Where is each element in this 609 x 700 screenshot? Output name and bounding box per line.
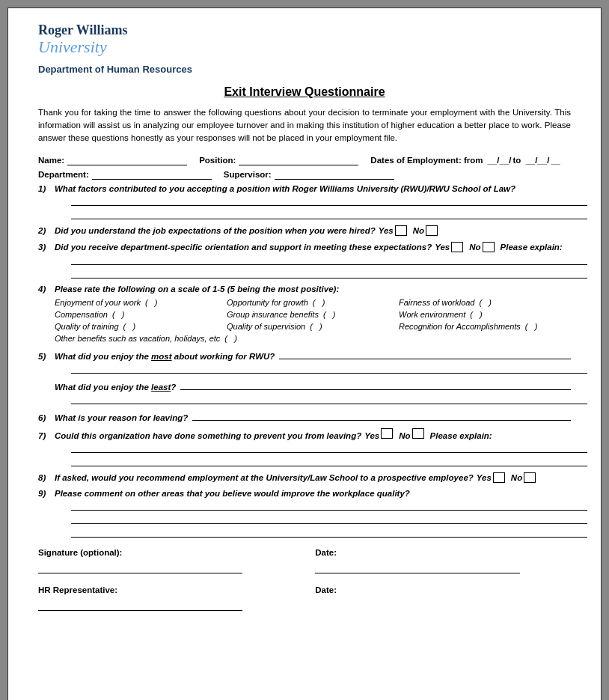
rating-recognition: Recognition for Accomplishments ( ) [399,322,571,331]
hr-rep-line[interactable] [38,600,242,611]
supervisor-field[interactable] [275,170,394,180]
q5-inline-line[interactable] [279,349,571,359]
question-3: 3) Did you receive department-specific o… [38,242,571,279]
rating-opportunity: Opportunity for growth ( ) [227,298,399,307]
rating-row-1: Enjoyment of your work ( ) Opportunity f… [55,298,571,307]
q8-no-box[interactable] [524,472,536,483]
department-field[interactable] [92,170,212,180]
question-8: 8) If asked, would you recommend employm… [38,472,571,483]
question-7: 7) Could this organization have done som… [38,428,571,466]
rating-work-environment: Work environment ( ) [399,310,571,319]
q9-line2[interactable] [71,514,587,524]
q8-yes-box[interactable] [493,472,505,483]
q2-yes-box[interactable] [395,225,407,236]
q9-line3[interactable] [71,527,587,538]
dept-supervisor-row: Department: Supervisor: [38,170,571,180]
q9-text: Please comment on other areas that you b… [55,489,410,498]
name-field[interactable] [67,156,187,165]
form-title: Exit Interview Questionnaire [38,85,571,99]
question-1: 1) What factors contributed to you accep… [38,184,571,219]
hr-section: HR Representative: Date: [38,585,571,611]
q7-text: Could this organization have done someth… [55,431,361,440]
q1-line2[interactable] [71,209,587,219]
position-field[interactable] [239,156,358,165]
name-label: Name: [38,156,64,165]
q5b-line1[interactable] [71,394,587,404]
rating-row-other: Other benefits such as vacation, holiday… [55,334,571,343]
signature-section: Signature (optional): Date: [38,548,571,573]
date-line[interactable] [315,563,519,573]
dates-label: Dates of Employment: from [370,156,483,165]
q4-text: Please rate the following on a scale of … [55,284,339,293]
rating-other-benefits: Other benefits such as vacation, holiday… [55,334,237,343]
rating-row-2: Compensation ( ) Group insurance benefit… [55,310,571,319]
question-5b: What did you enjoy the least ? [38,380,571,404]
question-5: 5) What did you enjoy the most about wor… [38,349,571,374]
q3-num: 3) [38,243,55,252]
q5b-underline-least: least [151,383,171,392]
q5b-text-post: ? [171,383,176,392]
q3-no-box[interactable] [483,242,495,252]
q8-num: 8) [38,473,55,482]
position-label: Position: [199,156,236,165]
hr-rep-label: HR Representative: [38,585,294,594]
hr-date-block: Date: [315,585,571,611]
q5-text-pre: What did you enjoy the [55,352,151,361]
rating-fairness: Fairness of workload ( ) [399,298,571,307]
q7-line1[interactable] [71,442,587,453]
signature-label: Signature (optional): [38,548,294,557]
q9-line1[interactable] [71,500,587,511]
rating-quality-supervision: Quality of supervision ( ) [227,322,399,331]
name-position-row: Name: Position: Dates of Employment: fro… [38,156,571,165]
question-9: 9) Please comment on other areas that yo… [38,489,571,538]
q5-num: 5) [38,352,55,361]
q3-line2[interactable] [71,268,587,279]
rating-row-3: Quality of training ( ) Quality of super… [55,322,571,331]
signature-line[interactable] [38,563,242,573]
hr-date-label: Date: [315,585,571,594]
rating-grid: Enjoyment of your work ( ) Opportunity f… [55,298,571,343]
q5b-inline-line[interactable] [180,380,571,390]
q5-line1[interactable] [71,363,587,374]
q5-text-post: about working for RWU? [172,352,275,361]
q1-num: 1) [38,184,55,193]
q5-underline-most: most [151,352,171,361]
rating-quality-training: Quality of training ( ) [55,322,227,331]
date-label: Date: [315,548,571,557]
header: Roger Williams University [38,23,571,56]
q2-no-box[interactable] [426,225,438,236]
page: Roger Williams University Department of … [7,7,602,700]
supervisor-label: Supervisor: [224,170,272,179]
department-title: Department of Human Resources [38,64,571,75]
q1-text: What factors contributed to you acceptin… [55,184,515,193]
q9-num: 9) [38,489,55,498]
signature-block: Signature (optional): [38,548,294,573]
q7-yes-box[interactable] [381,428,393,439]
date-block: Date: [315,548,571,573]
question-6: 6) What is your reason for leaving? [38,410,571,422]
hr-rep-block: HR Representative: [38,585,294,611]
question-2: 2) Did you understand the job expectatio… [38,225,571,236]
q3-line1[interactable] [71,255,587,265]
intro-text: Thank you for taking the time to answer … [38,106,571,145]
q7-line2[interactable] [71,456,587,466]
rating-enjoyment: Enjoyment of your work ( ) [55,298,227,307]
university-name-top: Roger Williams [38,23,128,38]
q1-line1[interactable] [71,195,587,206]
q6-inline-line[interactable] [192,410,571,421]
rating-compensation: Compensation ( ) [55,310,227,319]
q2-num: 2) [38,226,55,235]
q7-no-box[interactable] [412,428,424,439]
dates-to-label: to [513,156,521,165]
q5b-text-pre: What did you enjoy the [55,383,151,392]
q6-text: What is your reason for leaving? [55,413,188,422]
q8-text: If asked, would you recommend employment… [55,473,474,482]
q4-num: 4) [38,284,55,293]
question-4: 4) Please rate the following on a scale … [38,284,571,343]
q7-num: 7) [38,431,55,440]
q3-yes-box[interactable] [451,242,463,252]
q2-text: Did you understand the job expectations … [55,226,376,235]
university-name-bottom: University [38,38,128,56]
logo: Roger Williams University [38,23,128,56]
department-label: Department: [38,170,89,179]
